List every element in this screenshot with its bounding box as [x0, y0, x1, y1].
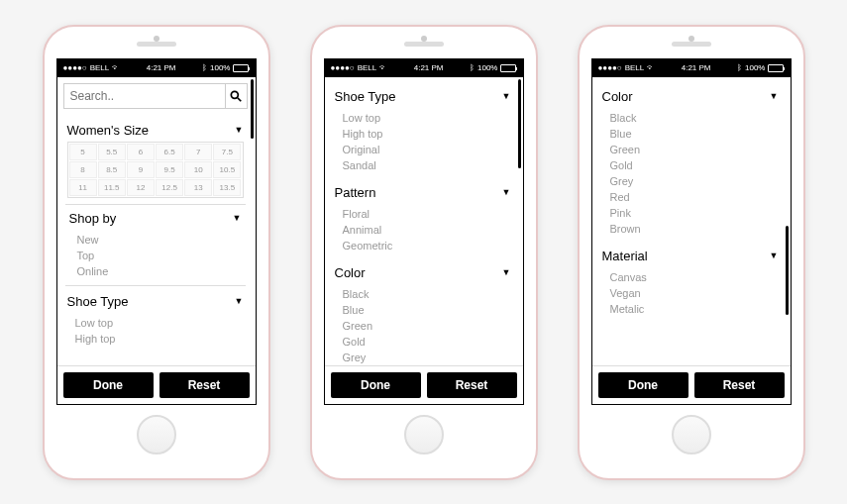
color-option[interactable]: Grey	[610, 173, 779, 189]
color-option[interactable]: Black	[610, 110, 779, 126]
color-option[interactable]: Brown	[610, 221, 779, 237]
speaker	[404, 42, 444, 47]
reset-button[interactable]: Reset	[427, 372, 517, 398]
phone-3: ●●●●○ BELL ᯤ 4:21 PM ᛒ 100% Color ▼ Blac…	[578, 25, 805, 480]
size-option[interactable]: 8	[69, 161, 97, 178]
reset-button[interactable]: Reset	[694, 372, 785, 398]
search-button[interactable]	[225, 84, 247, 108]
size-option[interactable]: 8.5	[98, 161, 126, 178]
chevron-down-icon: ▼	[235, 296, 244, 306]
wifi-icon: ᯤ	[379, 63, 387, 72]
size-option[interactable]: 7.5	[213, 144, 241, 160]
footer: Done Reset	[57, 365, 256, 404]
shoetype-option[interactable]: Low top	[343, 110, 511, 126]
shoetype-option[interactable]: Original	[343, 142, 511, 157]
scrollbar-thumb[interactable]	[251, 79, 254, 139]
size-header[interactable]: Women's Size ▼	[63, 117, 248, 142]
bluetooth-icon: ᛒ	[470, 63, 475, 72]
color-option[interactable]: Gold	[610, 157, 779, 173]
pattern-option[interactable]: Floral	[343, 206, 511, 222]
status-bar: ●●●●○ BELL ᯤ 4:21 PM ᛒ 100%	[57, 59, 256, 77]
color-option[interactable]: Blue	[343, 302, 511, 318]
clock: 4:21 PM	[414, 63, 444, 72]
shopby-header[interactable]: Shop by ▼	[65, 205, 246, 230]
carrier: BELL	[625, 63, 645, 72]
signal-icon: ●●●●○	[63, 63, 87, 72]
home-button[interactable]	[672, 415, 711, 454]
size-option[interactable]: 10.5	[213, 161, 241, 178]
size-label: Women's Size	[67, 123, 149, 138]
pattern-option[interactable]: Geometric	[343, 238, 511, 253]
battery-pct: 100%	[745, 63, 765, 72]
shopby-option[interactable]: Top	[77, 248, 242, 263]
material-label: Material	[602, 249, 648, 263]
color-header[interactable]: Color ▼	[598, 83, 783, 108]
shopby-option[interactable]: New	[77, 232, 242, 248]
pattern-list: FloralAnnimalGeometric	[331, 204, 515, 259]
status-bar: ●●●●○ BELL ᯤ 4:21 PM ᛒ 100%	[592, 59, 791, 77]
search-row	[63, 83, 248, 109]
chevron-down-icon: ▼	[770, 91, 779, 101]
done-button[interactable]: Done	[63, 372, 154, 398]
done-button[interactable]: Done	[331, 372, 421, 398]
material-header[interactable]: Material ▼	[598, 243, 783, 267]
color-option[interactable]: Pink	[610, 205, 779, 221]
shoetype-list: Low topHigh top	[63, 313, 248, 353]
material-option[interactable]: Metalic	[610, 301, 779, 317]
done-button[interactable]: Done	[598, 372, 688, 398]
size-option[interactable]: 9	[127, 161, 155, 178]
size-option[interactable]: 6.5	[156, 144, 183, 160]
color-option[interactable]: Gold	[343, 334, 511, 350]
color-option[interactable]: Red	[610, 189, 779, 205]
phone-2: ●●●●○ BELL ᯤ 4:21 PM ᛒ 100% Shoe Type ▼ …	[310, 25, 538, 480]
size-option[interactable]: 11.5	[98, 179, 126, 196]
scrollbar-thumb[interactable]	[518, 79, 521, 168]
size-option[interactable]: 5	[69, 144, 97, 160]
size-option[interactable]: 10	[184, 161, 212, 178]
camera-dot	[154, 36, 159, 42]
size-option[interactable]: 13.5	[213, 179, 241, 196]
shopby-option[interactable]: Online	[77, 263, 242, 279]
size-option[interactable]: 12.5	[156, 179, 183, 196]
shoetype-header[interactable]: Shoe Type ▼	[63, 288, 248, 313]
shoetype-header[interactable]: Shoe Type ▼	[331, 83, 515, 108]
filter-panel: Shoe Type ▼ Low topHigh topOriginalSanda…	[325, 77, 523, 365]
color-option[interactable]: Green	[610, 142, 779, 157]
shopby-list: NewTopOnline	[65, 230, 246, 285]
size-option[interactable]: 12	[127, 179, 155, 196]
material-option[interactable]: Canvas	[610, 269, 779, 285]
color-option[interactable]: Blue	[610, 126, 779, 142]
battery-icon	[768, 64, 784, 72]
home-button[interactable]	[137, 415, 176, 454]
pattern-header[interactable]: Pattern ▼	[331, 179, 515, 204]
size-option[interactable]: 11	[69, 179, 97, 196]
color-header[interactable]: Color ▼	[331, 259, 515, 284]
scrollbar-thumb[interactable]	[786, 226, 789, 315]
filter-panel: Color ▼ BlackBlueGreenGoldGreyRedPinkBro…	[592, 77, 791, 365]
size-option[interactable]: 9.5	[156, 161, 183, 178]
reset-button[interactable]: Reset	[159, 372, 250, 398]
size-option[interactable]: 7	[184, 144, 212, 160]
pattern-label: Pattern	[335, 185, 376, 200]
home-button[interactable]	[404, 415, 444, 454]
shoetype-option[interactable]: Sandal	[343, 157, 511, 173]
color-option[interactable]: Black	[343, 286, 511, 302]
size-option[interactable]: 5.5	[98, 144, 126, 160]
camera-dot	[688, 36, 694, 42]
search-input[interactable]	[64, 84, 225, 108]
shoetype-option[interactable]: High top	[75, 331, 244, 347]
footer: Done Reset	[325, 365, 523, 404]
chevron-down-icon: ▼	[502, 91, 511, 101]
material-option[interactable]: Vegan	[610, 285, 779, 301]
shoetype-option[interactable]: Low top	[75, 315, 244, 331]
status-bar: ●●●●○ BELL ᯤ 4:21 PM ᛒ 100%	[325, 59, 523, 77]
shoetype-list: Low topHigh topOriginalSandal	[331, 108, 515, 179]
size-grid: 55.566.577.588.599.51010.51111.51212.513…	[67, 142, 244, 198]
pattern-option[interactable]: Annimal	[343, 222, 511, 238]
clock: 4:21 PM	[682, 63, 711, 72]
color-option[interactable]: Green	[343, 318, 511, 334]
size-option[interactable]: 13	[184, 179, 212, 196]
size-option[interactable]: 6	[127, 144, 155, 160]
shoetype-option[interactable]: High top	[343, 126, 511, 142]
color-option[interactable]: Grey	[343, 350, 511, 365]
